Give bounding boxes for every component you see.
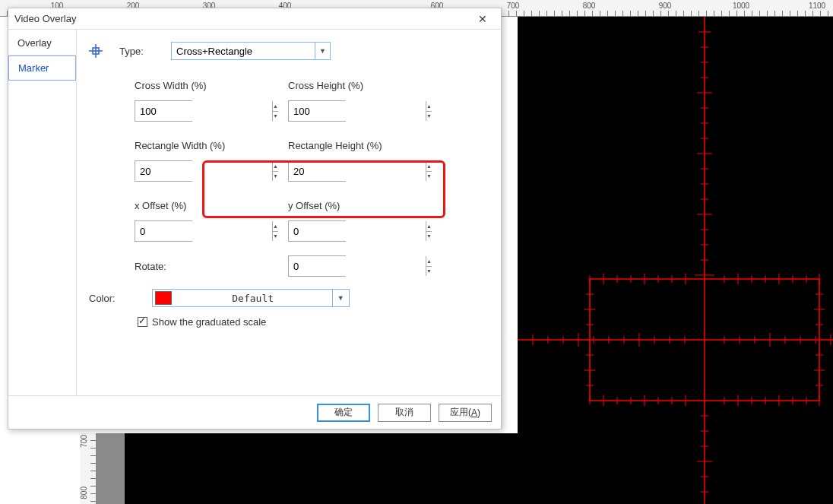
chevron-down-icon[interactable]: ▼	[332, 290, 349, 306]
up-arrow-icon[interactable]: ▲	[273, 221, 278, 232]
rect-height-input[interactable]	[289, 161, 426, 181]
down-arrow-icon[interactable]: ▼	[426, 232, 432, 242]
rect-width-spinner[interactable]: ▲▼	[135, 160, 192, 182]
dialog-sidebar: Overlay Marker	[8, 30, 77, 395]
up-arrow-icon[interactable]: ▲	[426, 161, 432, 172]
cross-height-input[interactable]	[289, 101, 426, 121]
yoffset-label: y Offset (%)	[288, 195, 432, 216]
cancel-button[interactable]: 取消	[378, 404, 431, 422]
rotate-input[interactable]	[289, 256, 426, 276]
dialog-title: Video Overlay	[14, 13, 76, 24]
cross-height-spinner[interactable]: ▲▼	[288, 100, 346, 122]
up-arrow-icon[interactable]: ▲	[426, 256, 432, 267]
cross-width-input[interactable]	[135, 101, 272, 121]
apply-button[interactable]: 应用(A)	[439, 404, 492, 422]
yoffset-spinner[interactable]: ▲▼	[288, 220, 346, 242]
video-overlay-dialog: Video Overlay ✕ Overlay Marker Type: Cro…	[8, 8, 502, 430]
close-button[interactable]: ✕	[470, 8, 495, 29]
rect-width-label: Rectangle Width (%)	[135, 135, 279, 156]
color-combo[interactable]: Default ▼	[152, 289, 350, 307]
rect-width-input[interactable]	[135, 161, 272, 181]
rotate-label: Rotate:	[135, 256, 279, 277]
show-scale-checkbox[interactable]	[138, 317, 147, 327]
up-arrow-icon[interactable]: ▲	[426, 101, 432, 112]
color-label: Color:	[89, 293, 116, 304]
type-label: Type:	[119, 46, 154, 57]
chevron-down-icon[interactable]: ▼	[315, 43, 330, 59]
cross-height-label: Cross Height (%)	[288, 75, 432, 96]
vertical-ruler: 700 800	[80, 433, 97, 504]
down-arrow-icon[interactable]: ▼	[426, 112, 432, 122]
sidebar-item-marker[interactable]: Marker	[8, 55, 76, 81]
down-arrow-icon[interactable]: ▼	[273, 232, 278, 242]
show-scale-label: Show the graduated scale	[152, 316, 266, 328]
up-arrow-icon[interactable]: ▲	[273, 101, 278, 112]
titlebar: Video Overlay ✕	[8, 8, 501, 30]
up-arrow-icon[interactable]: ▲	[273, 161, 278, 172]
sidebar-item-overlay[interactable]: Overlay	[8, 31, 76, 55]
crosshair-icon	[89, 44, 103, 58]
dialog-content: Type: Cross+Rectangle ▼ Cross Width (%) …	[77, 30, 501, 395]
xoffset-label: x Offset (%)	[135, 195, 279, 216]
color-swatch-icon	[155, 291, 172, 305]
ok-button[interactable]: 确定	[317, 404, 370, 422]
xoffset-input[interactable]	[135, 221, 272, 241]
cross-width-spinner[interactable]: ▲▼	[135, 100, 192, 122]
type-value: Cross+Rectangle	[172, 46, 315, 57]
rotate-spinner[interactable]: ▲▼	[288, 255, 346, 277]
color-value: Default	[174, 293, 332, 304]
down-arrow-icon[interactable]: ▼	[426, 172, 432, 182]
type-combo[interactable]: Cross+Rectangle ▼	[171, 42, 331, 60]
down-arrow-icon[interactable]: ▼	[426, 267, 432, 277]
dialog-footer: 确定 取消 应用(A)	[8, 395, 501, 429]
down-arrow-icon[interactable]: ▼	[273, 172, 278, 182]
rect-height-label: Rectangle Height (%)	[288, 135, 432, 156]
grey-strip	[97, 433, 125, 504]
down-arrow-icon[interactable]: ▼	[273, 112, 278, 122]
cross-width-label: Cross Width (%)	[135, 75, 279, 96]
rect-height-spinner[interactable]: ▲▼	[288, 160, 346, 182]
preview-canvas	[518, 17, 833, 504]
up-arrow-icon[interactable]: ▲	[426, 221, 432, 232]
xoffset-spinner[interactable]: ▲▼	[135, 220, 192, 242]
canvas-bottom-strip	[97, 433, 518, 504]
yoffset-input[interactable]	[289, 221, 426, 241]
